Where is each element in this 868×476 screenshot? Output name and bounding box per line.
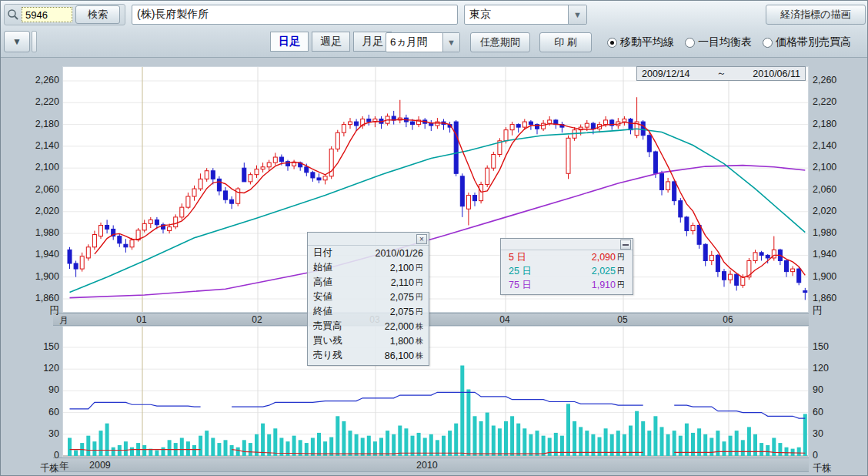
tooltip-row: 日付2010/01/26	[308, 246, 429, 260]
radio-label: 価格帯別売買高	[776, 35, 851, 49]
volume-axis-label: 60	[5, 407, 59, 417]
tooltip-row-value: 2,075	[390, 307, 414, 317]
tooltip-row-label: 買い残	[313, 334, 342, 347]
candlestick-chart[interactable]	[63, 67, 808, 312]
tooltip-row-value: 22,000	[385, 321, 414, 332]
radio-moving-average[interactable]: 移動平均線	[607, 35, 674, 49]
year-label: 2010	[416, 460, 438, 471]
legend-titlebar	[501, 239, 633, 250]
radio-label: 一目均衡表	[698, 35, 752, 49]
price-axis-label: 1,900	[813, 271, 866, 282]
tooltip-row-value: 2,110	[391, 277, 414, 288]
tab-weekly[interactable]: 週足	[312, 32, 350, 52]
period-value: 6ヵ月間	[386, 35, 442, 49]
price-axis-label: 2,060	[813, 184, 866, 195]
tooltip-row-value: 2,100	[390, 263, 414, 273]
minimize-icon[interactable]	[620, 240, 631, 250]
margin-sell-balance-line	[232, 392, 643, 407]
legend-row-unit: 円	[617, 266, 625, 277]
panel-handle[interactable]	[32, 31, 37, 52]
tooltip-row-label: 日付	[313, 246, 332, 260]
price-axis-label: 1,940	[5, 249, 59, 260]
price-axis-label: 2,140	[5, 140, 59, 151]
radio-dot-icon	[763, 38, 773, 48]
price-axis-label: 2,260	[813, 75, 866, 85]
margin-sell-balance-line	[70, 402, 201, 408]
legend-row-label: 75 日	[509, 279, 532, 292]
indicator-radio-group: 移動平均線一目均衡表価格帯別売買高	[607, 35, 862, 51]
price-axis-label: 2,060	[5, 184, 59, 195]
price-gridlines	[63, 67, 808, 312]
company-name-field[interactable]: (株)長府製作所	[132, 5, 458, 25]
price-axis-unit: 円	[5, 305, 59, 316]
radio-label: 移動平均線	[620, 35, 674, 49]
radio-dot-icon	[685, 38, 695, 48]
stock-code-input[interactable]	[22, 7, 72, 22]
price-axis-label: 2,100	[5, 162, 59, 173]
close-icon[interactable]: ×	[416, 234, 427, 244]
legend-row-label: 25 日	[509, 265, 532, 278]
price-axis-label: 1,980	[813, 227, 866, 238]
economic-indicator-button[interactable]: 経済指標の描画	[766, 5, 866, 25]
price-axis-label: 1,940	[813, 249, 866, 260]
volume-chart[interactable]	[63, 327, 808, 457]
tab-daily[interactable]: 日足	[270, 32, 309, 52]
expand-panel-button[interactable]: ▼	[4, 31, 30, 52]
legend-row-unit: 円	[617, 252, 625, 263]
tooltip-row-unit: 円	[416, 307, 423, 317]
date-range-end: 2010/06/11	[753, 69, 800, 79]
tooltip-row: 売り残86,100株	[308, 348, 429, 363]
price-chart-plot[interactable]	[62, 66, 809, 313]
tooltip-row-unit: 株	[416, 336, 423, 347]
chevron-down-icon[interactable]: ▼	[442, 33, 459, 52]
price-axis-label: 2,220	[813, 96, 866, 107]
tooltip-row: 始値2,100円	[308, 260, 429, 275]
candles	[68, 97, 807, 300]
search-button[interactable]: 検索	[75, 5, 120, 24]
tooltip-row-value: 86,100	[385, 350, 414, 361]
month-label: 05	[613, 314, 632, 325]
date-range-box: 2009/12/14 ～ 2010/06/11	[636, 66, 806, 81]
legend-row-unit: 円	[617, 280, 625, 290]
tooltip-row: 終値2,075円	[308, 304, 429, 319]
price-axis-label: 1,980	[5, 227, 59, 238]
volume-bars	[68, 366, 807, 457]
market-combobox[interactable]: 東京 ▼	[464, 5, 587, 25]
radio-ichimoku[interactable]: 一目均衡表	[685, 35, 752, 49]
tooltip-row: 買い残1,800株	[308, 334, 429, 348]
volume-axis-label: 150	[5, 341, 59, 352]
toolbar: 検索 (株)長府製作所 東京 ▼ 経済指標の描画 ▼ 日足週足月足 6ヵ月間 ▼…	[1, 1, 868, 58]
volume-axis-label: 150	[813, 341, 866, 352]
volume-axis-label: 120	[813, 363, 866, 374]
timeframe-tabs: 日足週足月足	[270, 32, 392, 52]
market-value: 東京	[465, 8, 568, 22]
chevron-down-icon[interactable]: ▼	[568, 5, 586, 24]
period-combobox[interactable]: 6ヵ月間 ▼	[386, 32, 460, 52]
price-axis-label: 1,860	[5, 293, 59, 303]
tooltip-row-label: 始値	[313, 261, 332, 274]
legend-row: 25 日2,025円	[501, 264, 633, 278]
custom-range-button[interactable]: 任意期間	[470, 32, 530, 52]
volume-axis-label: 60	[813, 407, 866, 417]
date-range-start: 2009/12/14	[642, 69, 690, 79]
volume-chart-plot[interactable]	[62, 326, 809, 458]
legend-row-value: 1,910	[592, 280, 616, 290]
search-icon	[7, 8, 19, 21]
volume-axis-label: 90	[5, 384, 59, 395]
volume-axis-label: 120	[5, 363, 59, 374]
month-label: 02	[248, 314, 266, 325]
ma75-line	[70, 166, 806, 298]
price-axis-label: 1,900	[5, 271, 59, 282]
print-button[interactable]: 印 刷	[539, 32, 592, 52]
tooltip-row-label: 終値	[313, 305, 332, 318]
tooltip-row-unit: 株	[416, 321, 423, 332]
radio-volume-by-price[interactable]: 価格帯別売買高	[763, 35, 851, 49]
tooltip-rows: 日付2010/01/26始値2,100円高値2,110円安値2,075円終値2,…	[308, 246, 429, 363]
volume-axis-label: 0	[5, 450, 59, 461]
legend-rows: 5 日2,090円25 日2,025円75 日1,910円	[501, 250, 633, 292]
tooltip-row-value: 1,800	[390, 336, 414, 347]
volume-axis-label: 30	[813, 428, 866, 439]
tooltip-row-unit: 株	[416, 350, 423, 361]
legend-row: 5 日2,090円	[501, 250, 633, 264]
price-axis-label: 2,020	[813, 206, 866, 216]
